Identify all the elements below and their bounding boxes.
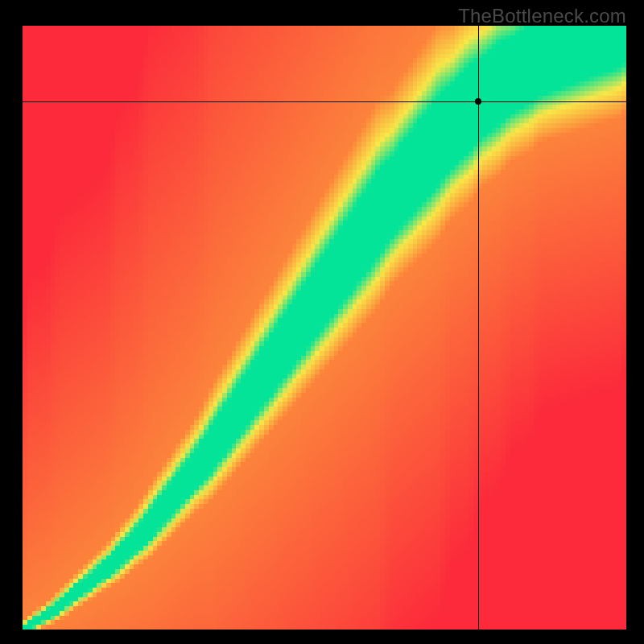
marker-point [475, 98, 481, 105]
bottleneck-heatmap [23, 26, 626, 630]
chart-frame: TheBottleneck.com [0, 0, 644, 644]
crosshair-horizontal [23, 101, 626, 102]
crosshair-vertical [478, 26, 479, 630]
watermark-text: TheBottleneck.com [458, 5, 626, 27]
